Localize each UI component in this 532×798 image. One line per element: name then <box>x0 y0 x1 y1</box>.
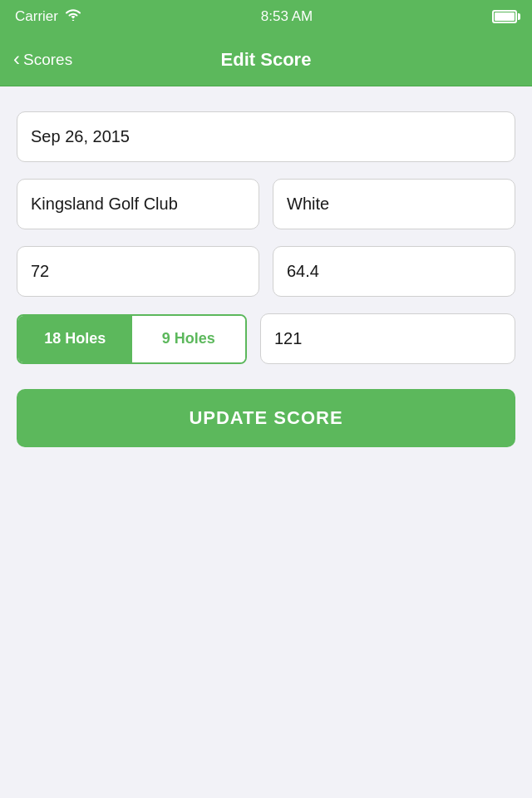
carrier-label: Carrier <box>15 8 58 25</box>
back-label: Scores <box>23 51 72 69</box>
wifi-icon <box>65 8 81 25</box>
back-button[interactable]: ‹ Scores <box>13 51 72 69</box>
date-input[interactable] <box>17 111 515 162</box>
carrier-wifi: Carrier <box>15 8 81 25</box>
chevron-left-icon: ‹ <box>13 49 20 69</box>
page-title: Edit Score <box>221 49 312 71</box>
par-rating-row <box>17 246 515 297</box>
status-bar: Carrier 8:53 AM <box>0 0 532 33</box>
holes-toggle: 18 Holes 9 Holes <box>17 314 247 364</box>
tee-input[interactable] <box>273 179 515 229</box>
par-input[interactable] <box>17 246 259 297</box>
form-content: 18 Holes 9 Holes UPDATE SCORE <box>0 86 532 480</box>
nav-bar: ‹ Scores Edit Score <box>0 33 532 86</box>
slope-input[interactable] <box>260 313 515 364</box>
9-holes-button[interactable]: 9 Holes <box>132 316 246 362</box>
battery-icon <box>492 10 517 23</box>
update-score-button[interactable]: UPDATE SCORE <box>17 389 515 447</box>
rating-input[interactable] <box>273 246 515 297</box>
18-holes-button[interactable]: 18 Holes <box>18 316 132 362</box>
clock: 8:53 AM <box>261 8 313 25</box>
holes-slope-row: 18 Holes 9 Holes <box>17 313 515 364</box>
course-tee-row <box>17 179 515 229</box>
course-input[interactable] <box>17 179 259 229</box>
